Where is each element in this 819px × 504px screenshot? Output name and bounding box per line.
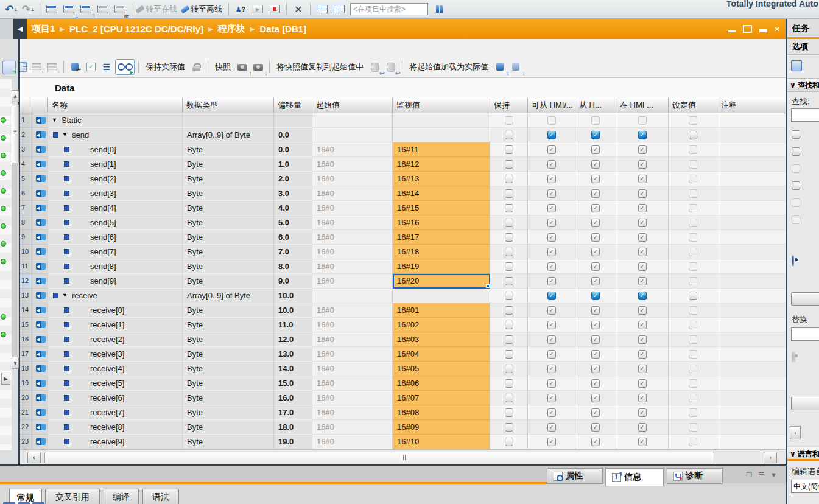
take-snapshot-button[interactable]: ↑	[234, 60, 250, 74]
undo-button[interactable]: ↶±	[3, 2, 19, 16]
row-number[interactable]: 3	[20, 142, 33, 157]
column-header-hmi-accessible[interactable]: 可从 HMI/...	[528, 98, 575, 113]
cell-startvalue[interactable]: 16#0	[312, 303, 393, 318]
hmi-visible-checkbox[interactable]: ✓	[638, 277, 647, 285]
cell-datatype[interactable]: Byte	[183, 215, 274, 230]
stop-cpu-button[interactable]	[267, 2, 283, 16]
hmi-writable-checkbox[interactable]: ✓	[591, 277, 600, 285]
hmi-writable-checkbox[interactable]: ✓	[591, 306, 600, 315]
load-start-setpoint-button[interactable]: ↓	[508, 60, 524, 74]
accessible-devices-button[interactable]: ♟?	[233, 2, 248, 16]
column-header-startvalue[interactable]: 起始值	[312, 98, 393, 113]
retain-checkbox[interactable]	[505, 145, 513, 154]
hmi-accessible-checkbox[interactable]: ✓	[547, 277, 556, 285]
cell-datatype[interactable]: Byte	[183, 142, 274, 157]
cell-startvalue[interactable]: 16#0	[312, 215, 393, 230]
cell-startvalue[interactable]: 16#0	[312, 420, 393, 435]
column-header-offset[interactable]: 偏移量	[274, 98, 312, 113]
monitor-all-button[interactable]	[114, 60, 135, 74]
hmi-visible-checkbox[interactable]: ✓	[638, 306, 647, 315]
editing-language-select[interactable]: 中文(简体)	[791, 480, 819, 493]
panel-scroll-left-button[interactable]: ‹	[790, 426, 801, 439]
hmi-accessible-checkbox[interactable]: ✓	[547, 365, 556, 373]
rail-scroll-track[interactable]	[12, 163, 19, 357]
cell-datatype[interactable]: Byte	[183, 186, 274, 201]
cell-comment[interactable]	[717, 230, 786, 245]
hmi-writable-checkbox[interactable]: ✓	[591, 438, 600, 446]
cell-datatype[interactable]: Byte	[183, 201, 274, 215]
rail-scroll-up-button[interactable]: ∧	[12, 90, 19, 102]
setpoint-checkbox[interactable]	[689, 131, 697, 139]
cell-monitorvalue[interactable]: 16#08	[393, 405, 490, 420]
expand-arrow-icon[interactable]: ▼	[62, 128, 68, 142]
retain-checkbox[interactable]	[505, 204, 513, 212]
cell-datatype[interactable]: Byte	[183, 347, 274, 362]
cell-monitorvalue[interactable]	[393, 289, 490, 303]
cell-name[interactable]: ▼send	[48, 128, 183, 142]
cell-name[interactable]: receive[9]	[48, 435, 183, 449]
cell-monitorvalue[interactable]: 16#03	[393, 332, 490, 347]
find-replace-section-header[interactable]: ∨ 查找和替换	[787, 78, 819, 92]
row-number[interactable]: 4	[20, 157, 33, 172]
hmi-visible-checkbox[interactable]: ✓	[638, 365, 647, 373]
copy-snapshot-setpoint-button[interactable]: ↩	[383, 60, 399, 74]
hmi-writable-checkbox[interactable]: ✓	[591, 335, 600, 344]
hmi-visible-checkbox[interactable]: ✓	[638, 408, 647, 417]
row-number[interactable]: 7	[20, 201, 33, 215]
retain-checkbox[interactable]	[505, 233, 513, 242]
find-option-checkbox[interactable]	[792, 181, 800, 190]
retain-checkbox[interactable]	[505, 262, 513, 271]
cell-datatype[interactable]: Byte	[183, 391, 274, 405]
row-number[interactable]: 21	[20, 405, 33, 420]
insert-row-button[interactable]: ✳	[29, 60, 44, 74]
navigate-back-button[interactable]: ◀	[13, 19, 27, 39]
cell-comment[interactable]	[717, 332, 786, 347]
breadcrumb-item[interactable]: PLC_2 [CPU 1212C DC/DC/Rly]	[69, 24, 203, 34]
tab-info[interactable]: i信息	[605, 468, 664, 486]
expand-table-view-button[interactable]	[20, 60, 29, 74]
detail-view-icon[interactable]	[2, 61, 16, 74]
cell-name[interactable]: receive[4]	[48, 362, 183, 376]
cell-startvalue[interactable]: 16#0	[312, 362, 393, 376]
hmi-visible-checkbox[interactable]: ✓	[638, 248, 647, 256]
column-header-retain[interactable]: 保持	[490, 98, 528, 113]
retain-checkbox[interactable]	[505, 394, 513, 402]
row-number[interactable]: 10	[20, 245, 33, 259]
hmi-accessible-checkbox[interactable]: ✓	[547, 262, 556, 271]
cell-startvalue[interactable]: 16#0	[312, 142, 393, 157]
cell-datatype[interactable]: Byte	[183, 376, 274, 391]
hmi-accessible-checkbox[interactable]: ✓	[547, 175, 556, 183]
cell-monitorvalue[interactable]: 16#04	[393, 347, 490, 362]
cell-name[interactable]: send[0]	[48, 142, 183, 157]
subtab-syntax[interactable]: 语法	[142, 489, 179, 504]
copy-snapshot-button[interactable]: 将快照值复制到起始值中	[276, 61, 364, 72]
cell-comment[interactable]	[717, 172, 786, 186]
cell-monitorvalue[interactable]: 16#07	[393, 391, 490, 405]
hmi-accessible-checkbox[interactable]: ✓	[547, 438, 556, 446]
find-option-checkbox[interactable]	[792, 130, 800, 139]
cell-name[interactable]: receive[7]	[48, 405, 183, 420]
row-number[interactable]: 2	[20, 128, 33, 142]
hmi-accessible-checkbox[interactable]: ✓	[547, 160, 556, 169]
cell-startvalue[interactable]	[312, 289, 393, 303]
breadcrumb-item[interactable]: 程序块	[218, 23, 245, 35]
row-number[interactable]: 5	[20, 172, 33, 186]
horizontal-scrollbar[interactable]: ‹ ›	[20, 449, 786, 464]
row-number[interactable]: 23	[20, 435, 33, 449]
hmi-writable-checkbox[interactable]: ✓	[591, 160, 600, 169]
cell-datatype[interactable]: Byte	[183, 172, 274, 186]
hmi-accessible-checkbox[interactable]: ✓	[547, 145, 556, 154]
update-interface-button[interactable]: ✓	[83, 60, 99, 74]
breadcrumb-item[interactable]: 项目1	[32, 23, 55, 35]
keep-actual-values-button[interactable]: 保持实际值	[146, 61, 185, 72]
cell-monitorvalue[interactable]: 16#17	[393, 230, 490, 245]
hmi-writable-checkbox[interactable]: ✓	[591, 204, 600, 212]
cell-monitorvalue[interactable]: 16#06	[393, 376, 490, 391]
column-header-name[interactable]: 名称	[48, 98, 183, 113]
redo-button[interactable]: ↷±	[20, 2, 36, 16]
copy-snapshot-start-button[interactable]: ↩	[367, 60, 383, 74]
hmi-visible-checkbox[interactable]: ✓	[638, 423, 647, 432]
float-window-icon[interactable]	[743, 25, 752, 33]
cell-name[interactable]: receive[1]	[48, 318, 183, 332]
cell-name[interactable]: send[3]	[48, 186, 183, 201]
